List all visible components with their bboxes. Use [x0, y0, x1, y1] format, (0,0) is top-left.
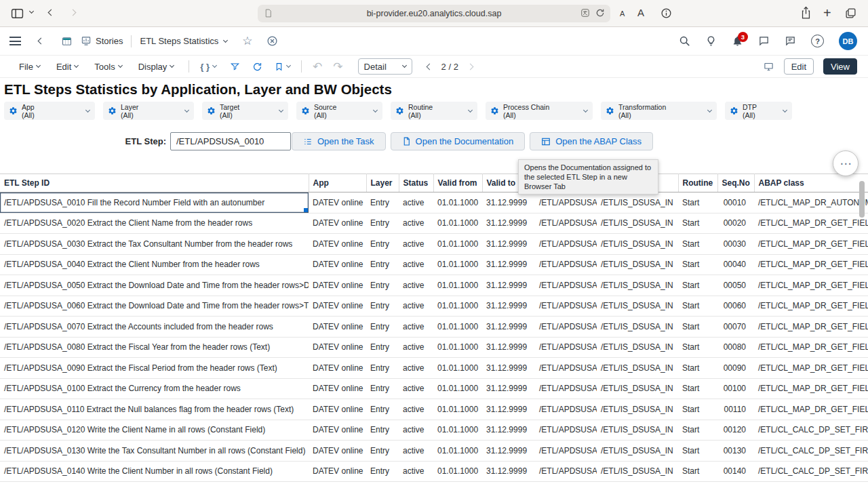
cell-routine[interactable]: Start: [678, 337, 717, 358]
cell-target[interactable]: /ETL/APDSUSA: [535, 441, 597, 462]
cell-layer[interactable]: Entry: [366, 213, 399, 234]
cell-target[interactable]: /ETL/APDSUSA: [535, 296, 597, 317]
cell-abap-class[interactable]: /ETL/CL_CALC_DP_SET_FIR: [754, 461, 868, 482]
next-page-icon[interactable]: [467, 63, 473, 70]
cell-seqno[interactable]: 00060: [717, 296, 754, 317]
cell-status[interactable]: active: [399, 461, 433, 482]
info-icon[interactable]: [660, 7, 672, 19]
open-documentation-button[interactable]: Open the Documentation: [391, 132, 526, 150]
cell-target[interactable]: /ETL/APDSUSA: [535, 461, 597, 482]
cell-seqno[interactable]: 00050: [717, 275, 754, 296]
cell-app[interactable]: DATEV online: [309, 275, 366, 296]
cell-source[interactable]: /ETL/IS_DSUSA_IN: [597, 296, 678, 317]
sidebar-icon[interactable]: [11, 8, 24, 19]
cell-valid-from[interactable]: 01.01.1000: [433, 254, 482, 275]
cell-status[interactable]: active: [399, 192, 433, 214]
cell-target[interactable]: /ETL/APDSUSA: [535, 213, 597, 234]
etl-step-input[interactable]: [170, 132, 291, 150]
redo-icon[interactable]: ↷: [333, 61, 342, 73]
cell-app[interactable]: DATEV online: [309, 213, 366, 234]
col-header-step-id[interactable]: ETL Step ID: [0, 174, 309, 192]
cell-app[interactable]: DATEV online: [309, 378, 366, 399]
open-task-button[interactable]: Open the Task: [292, 132, 386, 150]
cell-app[interactable]: DATEV online: [309, 317, 366, 338]
more-actions-button[interactable]: ⋯: [833, 150, 859, 176]
cell-abap-class[interactable]: /ETL/CL_MAP_DR_GET_FIEL: [754, 296, 868, 317]
menu-file[interactable]: File: [19, 62, 40, 72]
cell-app[interactable]: DATEV online: [309, 254, 366, 275]
undo-icon[interactable]: ↶: [313, 61, 322, 73]
url-bar[interactable]: bi-provider.eu20.analytics.cloud.sap: [258, 5, 610, 22]
open-abap-class-button[interactable]: Open the ABAP Class: [530, 132, 653, 150]
menu-tools[interactable]: Tools: [94, 62, 121, 72]
cell-target[interactable]: /ETL/APDSUSA: [535, 254, 597, 275]
cell-valid-from[interactable]: 01.01.1000: [433, 358, 482, 379]
cell-valid-from[interactable]: 01.01.1000: [433, 461, 482, 482]
favorite-star-icon[interactable]: ☆: [242, 35, 252, 47]
cell-step-id[interactable]: /ETL/APDSUSA_0050 Extract the Download D…: [0, 275, 309, 296]
cell-layer[interactable]: Entry: [366, 317, 399, 338]
filter-process-chain[interactable]: Process Chain(All): [486, 102, 593, 120]
menu-edit[interactable]: Edit: [56, 62, 78, 72]
reload-icon[interactable]: [595, 8, 605, 18]
cell-target[interactable]: /ETL/APDSUSA: [535, 234, 597, 255]
cell-valid-to[interactable]: 31.12.9999: [482, 192, 535, 214]
cell-status[interactable]: active: [399, 358, 433, 379]
insights-icon[interactable]: [705, 35, 717, 47]
cell-source[interactable]: /ETL/IS_DSUSA_IN: [597, 358, 678, 379]
cell-app[interactable]: DATEV online: [309, 399, 366, 420]
comments-icon[interactable]: [758, 35, 770, 47]
cell-valid-to[interactable]: 31.12.9999: [482, 420, 535, 441]
cell-abap-class[interactable]: /ETL/CL_MAP_DR_GET_FIEL: [754, 275, 868, 296]
cell-routine[interactable]: Start: [678, 254, 717, 275]
cell-step-id[interactable]: /ETL/APDSUSA_0070 Extract the Accounts i…: [0, 317, 309, 338]
cell-valid-from[interactable]: 01.01.1000: [433, 192, 482, 214]
cell-status[interactable]: active: [399, 337, 433, 358]
cell-seqno[interactable]: 00030: [717, 234, 754, 255]
cell-app[interactable]: DATEV online: [309, 296, 366, 317]
cell-valid-to[interactable]: 31.12.9999: [482, 275, 535, 296]
cell-valid-to[interactable]: 31.12.9999: [482, 461, 535, 482]
cell-app[interactable]: DATEV online: [309, 337, 366, 358]
cell-seqno[interactable]: 00010: [717, 192, 754, 214]
cell-target[interactable]: /ETL/APDSUSA: [535, 378, 597, 399]
cell-layer[interactable]: Entry: [366, 358, 399, 379]
share-icon[interactable]: [800, 6, 812, 20]
cell-routine[interactable]: Start: [678, 213, 717, 234]
cell-status[interactable]: active: [399, 213, 433, 234]
cell-status[interactable]: active: [399, 254, 433, 275]
cell-status[interactable]: active: [399, 399, 433, 420]
edit-mode-button[interactable]: Edit: [784, 58, 814, 75]
previous-page-icon[interactable]: [426, 63, 433, 70]
cell-valid-to[interactable]: 31.12.9999: [482, 441, 535, 462]
filter-dtp[interactable]: DTP(All): [725, 102, 792, 120]
cell-target[interactable]: /ETL/APDSUSA: [535, 399, 597, 420]
menu-icon[interactable]: [9, 37, 21, 45]
cell-layer[interactable]: Entry: [366, 378, 399, 399]
table-row[interactable]: /ETL/APDSUSA_0120 Write the Client Name …: [0, 420, 868, 441]
cell-source[interactable]: /ETL/IS_DSUSA_IN: [597, 192, 678, 214]
table-row[interactable]: /ETL/APDSUSA_0090 Extract the Fiscal Per…: [0, 358, 868, 379]
story-chevron-icon[interactable]: [223, 37, 228, 42]
col-header-valid-from[interactable]: Valid from: [433, 174, 482, 192]
cancel-icon[interactable]: [267, 35, 278, 47]
cell-layer[interactable]: Entry: [366, 420, 399, 441]
cell-target[interactable]: /ETL/APDSUSA: [535, 420, 597, 441]
selection-handle[interactable]: [304, 208, 308, 212]
col-header-app[interactable]: App: [309, 174, 366, 192]
cell-routine[interactable]: Start: [678, 192, 717, 214]
cell-target[interactable]: /ETL/APDSUSA: [535, 192, 597, 214]
script-braces-icon[interactable]: { }: [200, 62, 216, 72]
browser-forward-icon[interactable]: [70, 9, 77, 16]
view-mode-button[interactable]: View: [823, 58, 857, 75]
cell-status[interactable]: active: [399, 296, 433, 317]
cell-layer[interactable]: Entry: [366, 399, 399, 420]
cell-step-id[interactable]: /ETL/APDSUSA_0130 Write the Tax Consulta…: [0, 441, 309, 462]
cell-app[interactable]: DATEV online: [309, 461, 366, 482]
cell-source[interactable]: /ETL/IS_DSUSA_IN: [597, 213, 678, 234]
stories-label[interactable]: Stories: [96, 36, 123, 46]
filter-source[interactable]: Source(All): [296, 102, 382, 120]
device-preview-icon[interactable]: [763, 62, 774, 72]
table-row[interactable]: /ETL/APDSUSA_0130 Write the Tax Consulta…: [0, 441, 868, 462]
cell-abap-class[interactable]: /ETL/CL_MAP_DR_GET_FIEL: [754, 337, 868, 358]
